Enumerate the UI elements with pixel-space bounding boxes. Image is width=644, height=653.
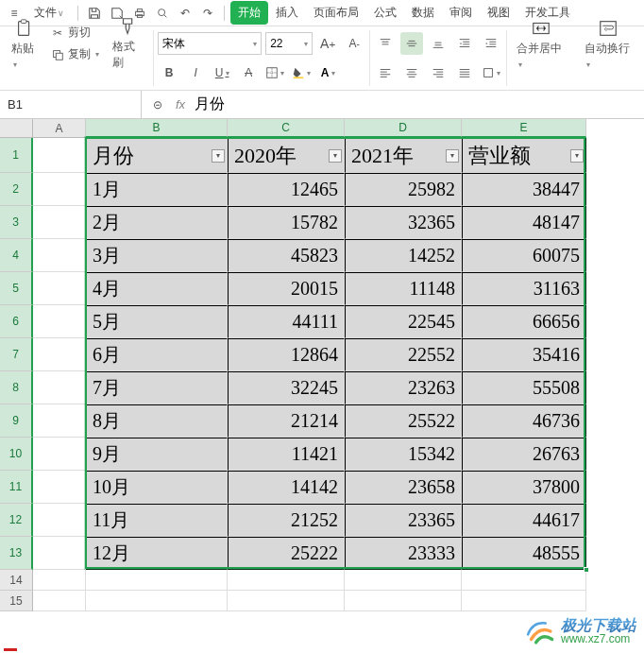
- tab-插入[interactable]: 插入: [268, 1, 306, 25]
- col-header-E[interactable]: E: [462, 119, 586, 138]
- cell-A8[interactable]: [33, 371, 86, 404]
- row-header-2[interactable]: 2: [0, 173, 33, 206]
- cell-D7[interactable]: 22552: [345, 338, 462, 371]
- decrease-font-icon[interactable]: A-: [343, 32, 365, 55]
- cell-E5[interactable]: 31163: [462, 272, 586, 305]
- row-header-11[interactable]: 11: [0, 471, 33, 504]
- orientation-icon[interactable]: ▾: [480, 61, 502, 84]
- save-icon[interactable]: [84, 3, 105, 24]
- filter-arrow-icon[interactable]: ▾: [446, 149, 459, 163]
- cell-B5[interactable]: 4月: [86, 272, 228, 305]
- font-color-button[interactable]: A▾: [316, 61, 339, 84]
- align-bottom-icon[interactable]: [427, 32, 449, 55]
- cell-B3[interactable]: 2月: [86, 206, 228, 239]
- row-header-1[interactable]: 1: [0, 138, 33, 173]
- align-left-icon[interactable]: [374, 61, 397, 84]
- cell-A10[interactable]: [33, 438, 86, 471]
- cell-B4[interactable]: 3月: [86, 239, 228, 272]
- cell-D10[interactable]: 15342: [345, 438, 462, 471]
- cell-B14[interactable]: [86, 570, 228, 591]
- cell-A1[interactable]: [33, 138, 86, 173]
- select-all-corner[interactable]: [0, 119, 33, 138]
- align-top-icon[interactable]: [374, 32, 397, 55]
- cell-B15[interactable]: [86, 591, 228, 611]
- cell-A6[interactable]: [33, 305, 86, 338]
- row-header-8[interactable]: 8: [0, 371, 33, 404]
- cell-C10[interactable]: 11421: [228, 438, 345, 471]
- cell-A15[interactable]: [33, 591, 86, 611]
- cell-B2[interactable]: 1月: [86, 173, 228, 206]
- col-header-B[interactable]: B: [86, 119, 228, 138]
- cell-E4[interactable]: 60075: [462, 239, 586, 272]
- cell-B11[interactable]: 10月: [86, 471, 228, 504]
- cell-D1[interactable]: ▾2021年: [345, 138, 462, 173]
- cell-C15[interactable]: [228, 591, 345, 611]
- fx-icon[interactable]: fx: [176, 97, 185, 112]
- cell-C5[interactable]: 20015: [228, 272, 345, 305]
- cell-A3[interactable]: [33, 206, 86, 239]
- cell-A9[interactable]: [33, 404, 86, 438]
- cell-B7[interactable]: 6月: [86, 338, 228, 371]
- cell-E14[interactable]: [462, 570, 586, 591]
- fill-color-button[interactable]: ▾: [290, 61, 313, 84]
- cell-D3[interactable]: 32365: [345, 206, 462, 239]
- cell-C14[interactable]: [228, 570, 345, 591]
- cell-E13[interactable]: 48555: [462, 537, 586, 570]
- paste-button[interactable]: 粘贴▾: [6, 17, 42, 70]
- row-header-10[interactable]: 10: [0, 438, 33, 471]
- cut-button[interactable]: ✂剪切: [46, 23, 103, 43]
- cell-A5[interactable]: [33, 272, 86, 305]
- auto-wrap-button[interactable]: 自动换行▾: [579, 17, 638, 70]
- font-size-select[interactable]: 22▾: [265, 32, 313, 55]
- cell-D2[interactable]: 25982: [345, 173, 462, 206]
- undo-icon[interactable]: ↶: [175, 3, 195, 24]
- row-header-3[interactable]: 3: [0, 206, 33, 239]
- cell-C7[interactable]: 12864: [228, 338, 345, 371]
- cell-A13[interactable]: [33, 537, 86, 570]
- align-center-icon[interactable]: [400, 61, 423, 84]
- cell-A14[interactable]: [33, 570, 86, 591]
- cell-E8[interactable]: 55508: [462, 371, 586, 404]
- tab-开始[interactable]: 开始: [230, 1, 268, 25]
- cell-A7[interactable]: [33, 338, 86, 371]
- cell-B1[interactable]: ▾月份: [86, 138, 228, 173]
- cell-A2[interactable]: [33, 173, 86, 206]
- row-header-6[interactable]: 6: [0, 305, 33, 338]
- borders-button[interactable]: ▾: [263, 61, 286, 84]
- cell-E10[interactable]: 26763: [462, 438, 586, 471]
- print-preview-icon[interactable]: [152, 3, 173, 24]
- strikethrough-button[interactable]: A: [237, 61, 260, 84]
- decrease-indent-icon[interactable]: [453, 32, 476, 55]
- filter-arrow-icon[interactable]: ▾: [329, 149, 342, 163]
- row-header-13[interactable]: 13: [0, 537, 33, 570]
- cell-D11[interactable]: 23658: [345, 471, 462, 504]
- cell-C1[interactable]: ▾2020年: [228, 138, 345, 173]
- cell-A4[interactable]: [33, 239, 86, 272]
- row-header-12[interactable]: 12: [0, 504, 33, 537]
- cell-B10[interactable]: 9月: [86, 438, 228, 471]
- col-header-C[interactable]: C: [228, 119, 345, 138]
- align-middle-icon[interactable]: [400, 32, 423, 55]
- cell-C13[interactable]: 25222: [228, 537, 345, 570]
- cell-D4[interactable]: 14252: [345, 239, 462, 272]
- cell-D6[interactable]: 22545: [345, 305, 462, 338]
- cell-D9[interactable]: 25522: [345, 404, 462, 438]
- cell-C8[interactable]: 32245: [228, 371, 345, 404]
- filter-arrow-icon[interactable]: ▾: [212, 149, 225, 163]
- font-name-select[interactable]: 宋体▾: [158, 32, 262, 55]
- cell-C4[interactable]: 45823: [228, 239, 345, 272]
- formula-input[interactable]: 月份: [195, 95, 225, 114]
- cell-C3[interactable]: 15782: [228, 206, 345, 239]
- row-header-4[interactable]: 4: [0, 239, 33, 272]
- cell-E12[interactable]: 44617: [462, 504, 586, 537]
- cell-C12[interactable]: 21252: [228, 504, 345, 537]
- cell-A11[interactable]: [33, 471, 86, 504]
- cell-B8[interactable]: 7月: [86, 371, 228, 404]
- col-header-D[interactable]: D: [345, 119, 462, 138]
- italic-button[interactable]: I: [184, 61, 207, 84]
- cell-grid[interactable]: ▾月份▾2020年▾2021年▾营业额1月1246525982384472月15…: [33, 138, 586, 611]
- cell-E1[interactable]: ▾营业额: [462, 138, 586, 173]
- cell-E9[interactable]: 46736: [462, 404, 586, 438]
- increase-font-icon[interactable]: A+: [316, 32, 339, 55]
- cell-A12[interactable]: [33, 504, 86, 537]
